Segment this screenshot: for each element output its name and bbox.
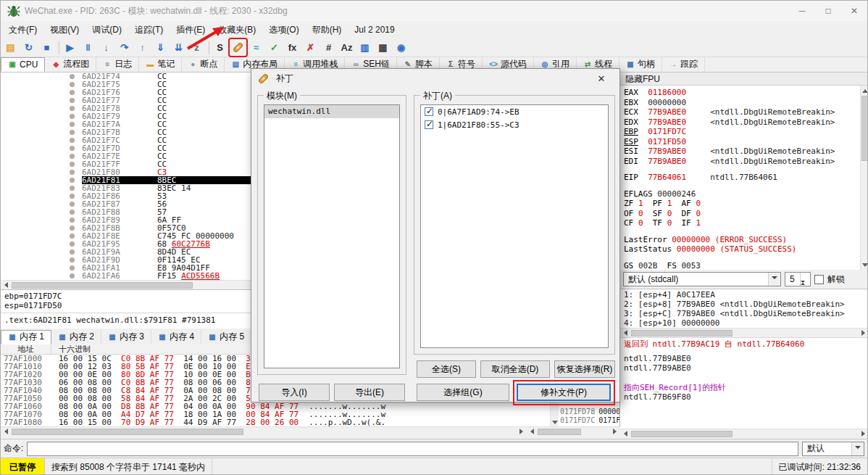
breakpoint-dot-icon[interactable] [70, 170, 75, 175]
register-line[interactable]: OF 0 SF 0 DF 0 [624, 209, 856, 219]
network-icon[interactable]: ◉ [393, 39, 409, 56]
menu-item-4[interactable]: 追踪(T) [128, 21, 170, 39]
pause-icon[interactable]: ‖ [80, 39, 96, 56]
deselect-all-button[interactable]: 取消全选(D) [480, 360, 550, 378]
stack-row[interactable]: 0171FD7800000000 [559, 408, 619, 416]
info-line[interactable]: ntdll.77B69F80 [624, 392, 865, 402]
register-line[interactable]: EAX 01186000 [624, 88, 856, 98]
step-over-icon[interactable]: ↷ [116, 39, 133, 56]
menu-item-5[interactable]: 插件(E) [170, 21, 212, 39]
export-button[interactable]: 导出(E) [334, 384, 405, 401]
tab-breakpoints[interactable]: ●断点 [182, 57, 225, 72]
menu-item-7[interactable]: 选项(O) [262, 21, 305, 39]
scroll-left-icon[interactable] [527, 428, 536, 436]
select-group-button[interactable]: 选择组(G) [417, 384, 509, 401]
register-line[interactable]: LastError 00000000 (ERROR_SUCCESS) [624, 235, 856, 245]
patch-checkbox[interactable] [425, 120, 433, 129]
breakpoint-dot-icon[interactable] [70, 241, 75, 247]
close-button[interactable]: ✕ [841, 1, 867, 21]
step-into-icon[interactable]: ↓ [98, 39, 114, 56]
step-out-icon[interactable]: ↑ [134, 39, 151, 56]
chevron-down-icon[interactable] [768, 273, 780, 286]
scrollbar-thumb[interactable] [861, 96, 868, 161]
memory-tab-4[interactable]: ▦内存 4 [151, 330, 201, 344]
patch-item[interactable]: 1|6AD21F80:55->C3 [421, 118, 608, 131]
tab-graph[interactable]: ◆流程图 [45, 57, 96, 72]
info-line[interactable]: ntdll.77B9ABE0 [624, 354, 865, 363]
stack-hscrollbar[interactable] [527, 426, 620, 436]
scroll-down-icon[interactable] [551, 418, 559, 426]
menu-item-1[interactable]: 文件(F) [2, 21, 43, 39]
register-line[interactable]: ZF 1 PF 1 AF 0 [624, 199, 856, 209]
command-scope-select[interactable]: 默认 [802, 442, 864, 456]
register-line[interactable] [624, 166, 856, 173]
breakpoint-dot-icon[interactable] [70, 273, 75, 278]
import-button[interactable]: 导入(I) [259, 384, 330, 401]
breakpoint-dot-icon[interactable] [70, 122, 75, 127]
hide-fpu-button[interactable]: 隐藏FPU [620, 73, 868, 86]
calling-convention-select[interactable]: 默认 (stdcall) [623, 272, 781, 286]
register-line[interactable]: ESP 0171FD50 [624, 137, 856, 147]
argument-line[interactable]: 2: [esp+8] 77B9ABE0 <ntdll.DbgUiRemoteBr… [624, 300, 865, 309]
info-hscrollbar[interactable] [620, 429, 868, 438]
info-line[interactable] [624, 378, 865, 383]
info-line[interactable]: ntdll.77B9ABE0 [624, 363, 865, 373]
checkbox-box[interactable] [814, 275, 824, 284]
breakpoint-dot-icon[interactable] [70, 90, 75, 95]
memory-tab-1[interactable]: ▦内存 1 [1, 330, 51, 344]
skip-icon[interactable]: ⇊ [170, 39, 187, 56]
scrollbar-thumb[interactable] [12, 282, 193, 289]
unlock-checkbox[interactable]: 解锁 [814, 273, 845, 286]
tab-cpu[interactable]: ▣CPU [1, 57, 45, 72]
argument-line[interactable]: 1: [esp+4] A0C17EEA [624, 290, 865, 300]
memory-tab-2[interactable]: ▦内存 2 [51, 330, 101, 344]
breakpoint-dot-icon[interactable] [70, 82, 75, 87]
run-icon[interactable]: ▶ [62, 39, 78, 56]
breakpoint-dot-icon[interactable] [70, 265, 75, 270]
menu-item-6[interactable]: 收藏夹(B) [212, 21, 262, 39]
minimize-button[interactable]: ─ [789, 1, 815, 21]
breakpoint-dot-icon[interactable] [70, 162, 75, 167]
tab-trace[interactable]: →跟踪 [662, 57, 705, 72]
breakpoint-dot-icon[interactable] [70, 257, 75, 263]
menu-item-8[interactable]: 帮助(H) [306, 21, 349, 39]
register-line[interactable]: CF 0 TF 0 IF 1 [624, 218, 856, 228]
command-input[interactable] [27, 442, 798, 456]
memory-tab-3[interactable]: ▦内存 3 [101, 330, 151, 344]
argument-line[interactable]: 4: [esp+10] 00000000 [624, 318, 865, 328]
breakpoint-dot-icon[interactable] [70, 130, 75, 135]
stop-icon[interactable]: ■ [38, 39, 55, 56]
fx-icon[interactable]: fx [284, 39, 301, 56]
scroll-right-icon[interactable] [859, 329, 868, 337]
breakpoint-dot-icon[interactable] [70, 202, 75, 207]
animate-icon[interactable]: z [188, 39, 205, 56]
tab-log[interactable]: ≡日志 [96, 57, 139, 72]
scrollbar-thumb[interactable] [12, 429, 243, 435]
info-line[interactable]: 指向SEH_Record[1]的指针 [624, 383, 865, 392]
register-line[interactable]: EDX 77B9ABE0 <ntdll.DbgUiRemoteBreakin> [624, 117, 856, 128]
dialog-close-button[interactable]: ✕ [590, 69, 613, 88]
dialog-title-bar[interactable]: 补丁 ✕ [251, 69, 619, 88]
info-line[interactable] [624, 349, 865, 354]
register-line[interactable]: EBP 0171FD7C [624, 127, 856, 137]
script-icon[interactable]: S [212, 39, 228, 56]
breakpoint-dot-icon[interactable] [70, 98, 75, 103]
chevron-down-icon[interactable] [851, 442, 864, 455]
scroll-up-icon[interactable] [861, 86, 868, 94]
breakpoint-dot-icon[interactable] [70, 194, 75, 199]
scroll-left-icon[interactable] [621, 329, 630, 337]
arg-count-spinner[interactable]: 5 [785, 272, 811, 286]
module-item[interactable]: wechatwin.dll [264, 105, 399, 118]
info-line[interactable] [624, 373, 865, 378]
register-line[interactable]: EFLAGS 00000246 [624, 189, 856, 199]
register-line[interactable]: EBX 00000000 [624, 98, 856, 108]
scroll-down-icon[interactable] [861, 261, 868, 269]
restore-selection-button[interactable]: 恢复选择项(R) [554, 360, 615, 378]
register-line[interactable]: LastStatus 00000000 (STATUS_SUCCESS) [624, 244, 856, 255]
scroll-right-icon[interactable] [611, 428, 619, 436]
register-line[interactable] [624, 255, 856, 261]
menu-item-2[interactable]: 视图(V) [43, 21, 85, 39]
register-line[interactable]: EIP 77B64061 ntdll.77B64061 [624, 173, 856, 183]
register-line[interactable]: ESI 77B9ABE0 <ntdll.DbgUiRemoteBreakin> [624, 146, 856, 157]
info-line[interactable]: 返回到 ntdll.77B9AC19 自 ntdll.77B64060 [624, 339, 865, 349]
